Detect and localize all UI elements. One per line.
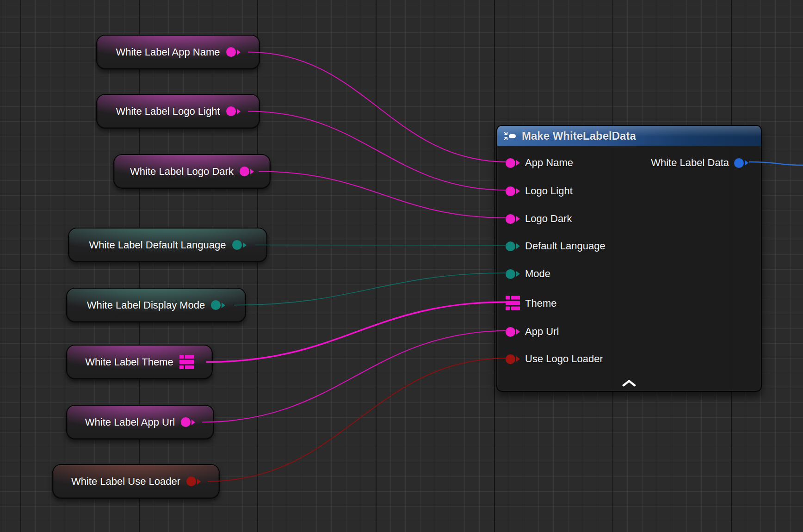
nodes-layer: Make WhiteLabelData App NameLogo LightLo… bbox=[0, 0, 803, 532]
collapse-chevron-icon[interactable] bbox=[614, 378, 644, 388]
input-pin-app-url[interactable] bbox=[506, 327, 520, 337]
var-node-white-label-default-language[interactable]: White Label Default Language bbox=[68, 228, 267, 262]
input-pin-row-app-name: App Name bbox=[506, 157, 573, 169]
input-pin-label: Theme bbox=[525, 297, 556, 309]
var-node-white-label-use-loader[interactable]: White Label Use Loader bbox=[52, 464, 220, 499]
struct-grid-icon bbox=[506, 296, 520, 310]
input-pin-logo-light[interactable] bbox=[506, 186, 520, 196]
input-pin-row-use-logo-loader: Use Logo Loader bbox=[506, 353, 603, 365]
input-pin-label: App Url bbox=[525, 326, 559, 338]
output-pin-white-label-logo-dark[interactable] bbox=[240, 167, 254, 176]
var-node-label: White Label App Name bbox=[116, 46, 220, 58]
output-pin-white-label-logo-light[interactable] bbox=[226, 106, 241, 116]
output-pin-row-white-label-data: White Label Data bbox=[651, 157, 748, 169]
output-pin-white-label-theme[interactable] bbox=[179, 355, 194, 369]
input-pin-row-app-url: App Url bbox=[506, 326, 559, 338]
input-pin-row-theme: Theme bbox=[506, 296, 556, 310]
var-node-label: White Label Use Loader bbox=[71, 476, 180, 488]
struct-grid-icon bbox=[179, 355, 194, 369]
blueprint-graph-canvas[interactable]: Make WhiteLabelData App NameLogo LightLo… bbox=[0, 0, 803, 532]
output-pin-label: White Label Data bbox=[651, 157, 729, 169]
var-node-label: White Label App Url bbox=[85, 416, 175, 428]
make-whitelabeldata-node[interactable]: Make WhiteLabelData App NameLogo LightLo… bbox=[496, 125, 762, 392]
var-node-label: White Label Display Mode bbox=[87, 299, 205, 311]
var-node-label: White Label Logo Light bbox=[116, 105, 220, 118]
var-node-white-label-app-url[interactable]: White Label App Url bbox=[66, 405, 214, 439]
input-pin-row-logo-light: Logo Light bbox=[506, 185, 573, 197]
input-pin-row-logo-dark: Logo Dark bbox=[506, 213, 572, 225]
output-pin-white-label-app-url[interactable] bbox=[181, 417, 195, 427]
var-node-label: White Label Default Language bbox=[89, 239, 226, 251]
input-pin-label: Logo Dark bbox=[525, 213, 572, 225]
input-pin-label: Default Language bbox=[525, 240, 605, 252]
output-pin-white-label-app-name[interactable] bbox=[226, 47, 241, 57]
var-node-white-label-display-mode[interactable]: White Label Display Mode bbox=[66, 288, 246, 322]
input-pin-theme[interactable] bbox=[506, 296, 520, 310]
output-pin-white-label-display-mode[interactable] bbox=[211, 300, 225, 310]
input-pin-label: App Name bbox=[525, 157, 573, 169]
make-node-title: Make WhiteLabelData bbox=[522, 130, 636, 142]
input-pin-label: Mode bbox=[525, 268, 550, 280]
input-pin-row-mode: Mode bbox=[506, 268, 550, 280]
input-pin-row-default-language: Default Language bbox=[506, 240, 605, 252]
input-pin-app-name[interactable] bbox=[506, 158, 520, 168]
input-pin-use-logo-loader[interactable] bbox=[506, 354, 520, 364]
output-pin-white-label-use-loader[interactable] bbox=[186, 476, 201, 486]
make-node-header[interactable]: Make WhiteLabelData bbox=[497, 126, 761, 146]
var-node-white-label-logo-light[interactable]: White Label Logo Light bbox=[96, 94, 260, 129]
var-node-white-label-logo-dark[interactable]: White Label Logo Dark bbox=[113, 154, 271, 189]
input-pin-mode[interactable] bbox=[506, 269, 520, 279]
var-node-white-label-theme[interactable]: White Label Theme bbox=[66, 345, 213, 379]
var-node-label: White Label Theme bbox=[85, 356, 173, 368]
var-node-label: White Label Logo Dark bbox=[130, 166, 234, 178]
output-pin-white-label-default-language[interactable] bbox=[232, 240, 247, 250]
white-label-data-output-pin[interactable] bbox=[734, 158, 748, 168]
var-node-white-label-app-name[interactable]: White Label App Name bbox=[96, 35, 260, 69]
input-pin-default-language[interactable] bbox=[506, 241, 520, 251]
make-struct-icon bbox=[503, 131, 517, 141]
input-pin-label: Use Logo Loader bbox=[525, 353, 603, 365]
input-pin-label: Logo Light bbox=[525, 185, 573, 197]
input-pin-logo-dark[interactable] bbox=[506, 214, 520, 224]
